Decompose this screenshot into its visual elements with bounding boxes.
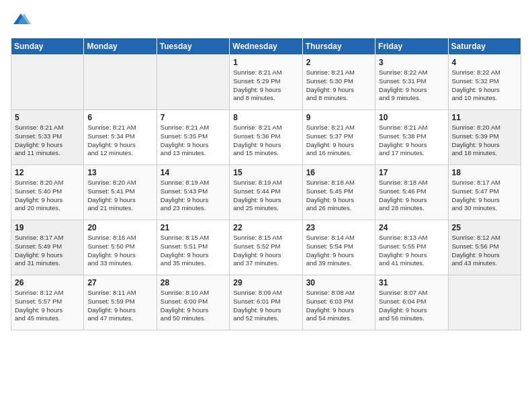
day-number: 23 xyxy=(306,223,371,232)
day-cell xyxy=(11,55,84,110)
day-cell: 22Sunrise: 8:15 AM Sunset: 5:52 PM Dayli… xyxy=(230,220,302,275)
day-number: 24 xyxy=(379,223,444,232)
day-cell: 23Sunrise: 8:14 AM Sunset: 5:54 PM Dayli… xyxy=(302,220,375,275)
day-number: 19 xyxy=(15,223,80,232)
day-content: Sunrise: 8:20 AM Sunset: 5:40 PM Dayligh… xyxy=(15,179,80,213)
day-cell: 12Sunrise: 8:20 AM Sunset: 5:40 PM Dayli… xyxy=(11,165,84,220)
day-cell: 2Sunrise: 8:21 AM Sunset: 5:30 PM Daylig… xyxy=(302,55,375,110)
day-content: Sunrise: 8:22 AM Sunset: 5:31 PM Dayligh… xyxy=(379,68,444,103)
day-header-tuesday: Tuesday xyxy=(157,38,229,55)
day-cell: 10Sunrise: 8:21 AM Sunset: 5:38 PM Dayli… xyxy=(375,110,448,165)
day-content: Sunrise: 8:15 AM Sunset: 5:52 PM Dayligh… xyxy=(233,234,298,268)
day-header-wednesday: Wednesday xyxy=(230,38,302,55)
day-number: 13 xyxy=(87,168,152,177)
logo-icon xyxy=(11,11,31,31)
day-cell: 4Sunrise: 8:22 AM Sunset: 5:32 PM Daylig… xyxy=(448,55,521,110)
day-number: 21 xyxy=(161,223,226,232)
page-container: SundayMondayTuesdayWednesdayThursdayFrid… xyxy=(0,0,532,411)
day-content: Sunrise: 8:17 AM Sunset: 5:47 PM Dayligh… xyxy=(452,179,517,213)
day-cell: 15Sunrise: 8:19 AM Sunset: 5:44 PM Dayli… xyxy=(230,165,302,220)
day-content: Sunrise: 8:21 AM Sunset: 5:29 PM Dayligh… xyxy=(233,68,298,103)
day-cell: 8Sunrise: 8:21 AM Sunset: 5:36 PM Daylig… xyxy=(230,110,302,165)
day-cell: 26Sunrise: 8:12 AM Sunset: 5:57 PM Dayli… xyxy=(11,275,84,330)
day-cell: 5Sunrise: 8:21 AM Sunset: 5:33 PM Daylig… xyxy=(11,110,84,165)
day-cell: 6Sunrise: 8:21 AM Sunset: 5:34 PM Daylig… xyxy=(84,110,157,165)
day-cell xyxy=(448,275,521,330)
day-content: Sunrise: 8:14 AM Sunset: 5:54 PM Dayligh… xyxy=(306,234,371,268)
day-content: Sunrise: 8:21 AM Sunset: 5:36 PM Dayligh… xyxy=(233,124,298,158)
day-cell: 16Sunrise: 8:18 AM Sunset: 5:45 PM Dayli… xyxy=(302,165,375,220)
calendar-body: 1Sunrise: 8:21 AM Sunset: 5:29 PM Daylig… xyxy=(11,55,521,330)
week-row-1: 1Sunrise: 8:21 AM Sunset: 5:29 PM Daylig… xyxy=(11,55,521,110)
day-number: 2 xyxy=(306,58,371,67)
day-content: Sunrise: 8:17 AM Sunset: 5:49 PM Dayligh… xyxy=(15,234,80,268)
week-row-2: 5Sunrise: 8:21 AM Sunset: 5:33 PM Daylig… xyxy=(11,110,521,165)
week-row-5: 26Sunrise: 8:12 AM Sunset: 5:57 PM Dayli… xyxy=(11,275,521,330)
day-number: 6 xyxy=(87,113,152,122)
logo xyxy=(11,11,34,31)
day-number: 25 xyxy=(452,223,517,232)
day-cell: 7Sunrise: 8:21 AM Sunset: 5:35 PM Daylig… xyxy=(157,110,229,165)
day-cell: 1Sunrise: 8:21 AM Sunset: 5:29 PM Daylig… xyxy=(230,55,302,110)
day-cell: 20Sunrise: 8:16 AM Sunset: 5:50 PM Dayli… xyxy=(84,220,157,275)
day-content: Sunrise: 8:21 AM Sunset: 5:30 PM Dayligh… xyxy=(306,68,371,103)
day-cell: 21Sunrise: 8:15 AM Sunset: 5:51 PM Dayli… xyxy=(157,220,229,275)
day-number: 26 xyxy=(15,278,80,287)
day-content: Sunrise: 8:07 AM Sunset: 6:04 PM Dayligh… xyxy=(379,289,444,323)
day-content: Sunrise: 8:12 AM Sunset: 5:57 PM Dayligh… xyxy=(15,289,80,323)
day-cell: 19Sunrise: 8:17 AM Sunset: 5:49 PM Dayli… xyxy=(11,220,84,275)
day-content: Sunrise: 8:21 AM Sunset: 5:33 PM Dayligh… xyxy=(15,124,80,158)
day-header-friday: Friday xyxy=(375,38,448,55)
day-content: Sunrise: 8:09 AM Sunset: 6:01 PM Dayligh… xyxy=(233,289,298,323)
day-header-saturday: Saturday xyxy=(448,38,521,55)
calendar: SundayMondayTuesdayWednesdayThursdayFrid… xyxy=(11,38,521,330)
day-content: Sunrise: 8:15 AM Sunset: 5:51 PM Dayligh… xyxy=(161,234,226,268)
week-row-4: 19Sunrise: 8:17 AM Sunset: 5:49 PM Dayli… xyxy=(11,220,521,275)
day-cell: 25Sunrise: 8:12 AM Sunset: 5:56 PM Dayli… xyxy=(448,220,521,275)
day-content: Sunrise: 8:18 AM Sunset: 5:46 PM Dayligh… xyxy=(379,179,444,213)
day-cell: 30Sunrise: 8:08 AM Sunset: 6:03 PM Dayli… xyxy=(302,275,375,330)
day-content: Sunrise: 8:21 AM Sunset: 5:38 PM Dayligh… xyxy=(379,124,444,158)
day-content: Sunrise: 8:16 AM Sunset: 5:50 PM Dayligh… xyxy=(87,234,152,268)
day-header-thursday: Thursday xyxy=(302,38,375,55)
day-cell: 18Sunrise: 8:17 AM Sunset: 5:47 PM Dayli… xyxy=(448,165,521,220)
day-content: Sunrise: 8:22 AM Sunset: 5:32 PM Dayligh… xyxy=(452,68,517,103)
header xyxy=(11,11,521,31)
day-content: Sunrise: 8:20 AM Sunset: 5:39 PM Dayligh… xyxy=(452,124,517,158)
day-number: 15 xyxy=(233,168,298,177)
day-cell: 28Sunrise: 8:10 AM Sunset: 6:00 PM Dayli… xyxy=(157,275,229,330)
day-content: Sunrise: 8:21 AM Sunset: 5:35 PM Dayligh… xyxy=(161,124,226,158)
day-cell: 3Sunrise: 8:22 AM Sunset: 5:31 PM Daylig… xyxy=(375,55,448,110)
day-number: 8 xyxy=(233,113,298,122)
day-cell: 11Sunrise: 8:20 AM Sunset: 5:39 PM Dayli… xyxy=(448,110,521,165)
day-content: Sunrise: 8:19 AM Sunset: 5:43 PM Dayligh… xyxy=(161,179,226,213)
day-number: 22 xyxy=(233,223,298,232)
day-number: 3 xyxy=(379,58,444,67)
calendar-header: SundayMondayTuesdayWednesdayThursdayFrid… xyxy=(11,38,521,55)
day-number: 11 xyxy=(452,113,517,122)
day-cell: 31Sunrise: 8:07 AM Sunset: 6:04 PM Dayli… xyxy=(375,275,448,330)
day-number: 30 xyxy=(306,278,371,287)
day-content: Sunrise: 8:20 AM Sunset: 5:41 PM Dayligh… xyxy=(87,179,152,213)
day-header-monday: Monday xyxy=(84,38,157,55)
day-cell: 24Sunrise: 8:13 AM Sunset: 5:55 PM Dayli… xyxy=(375,220,448,275)
day-content: Sunrise: 8:21 AM Sunset: 5:37 PM Dayligh… xyxy=(306,124,371,158)
day-number: 7 xyxy=(161,113,226,122)
day-cell xyxy=(157,55,229,110)
day-header-sunday: Sunday xyxy=(11,38,84,55)
day-number: 27 xyxy=(87,278,152,287)
week-row-3: 12Sunrise: 8:20 AM Sunset: 5:40 PM Dayli… xyxy=(11,165,521,220)
day-number: 10 xyxy=(379,113,444,122)
day-cell: 9Sunrise: 8:21 AM Sunset: 5:37 PM Daylig… xyxy=(302,110,375,165)
day-number: 5 xyxy=(15,113,80,122)
day-number: 28 xyxy=(161,278,226,287)
day-cell xyxy=(84,55,157,110)
day-number: 29 xyxy=(233,278,298,287)
day-content: Sunrise: 8:13 AM Sunset: 5:55 PM Dayligh… xyxy=(379,234,444,268)
day-cell: 13Sunrise: 8:20 AM Sunset: 5:41 PM Dayli… xyxy=(84,165,157,220)
day-number: 18 xyxy=(452,168,517,177)
day-number: 31 xyxy=(379,278,444,287)
day-cell: 29Sunrise: 8:09 AM Sunset: 6:01 PM Dayli… xyxy=(230,275,302,330)
day-number: 4 xyxy=(452,58,517,67)
day-cell: 17Sunrise: 8:18 AM Sunset: 5:46 PM Dayli… xyxy=(375,165,448,220)
